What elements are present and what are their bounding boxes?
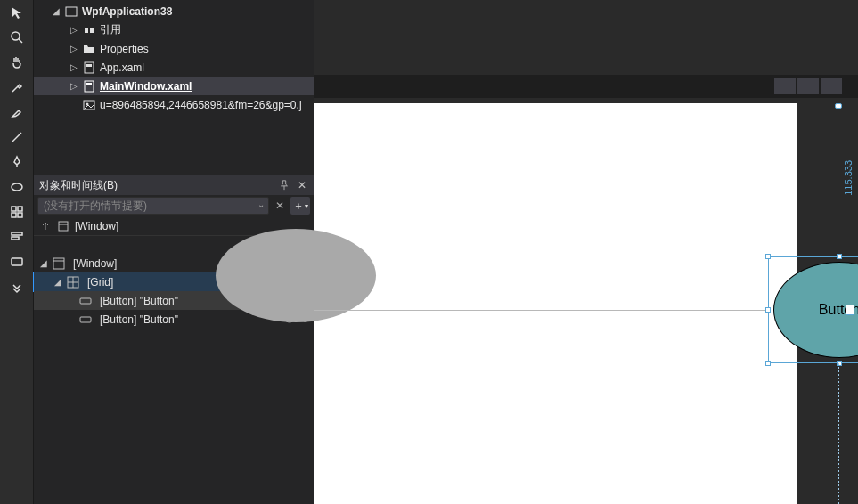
line-tool[interactable] [4,126,29,148]
expand-icon[interactable]: ◢ [53,277,62,287]
object-label: [Window] [73,257,117,270]
top-margin-value: 115.333 [843,160,854,196]
xaml-icon [82,79,96,93]
svg-rect-6 [12,213,16,217]
svg-rect-31 [80,298,91,304]
project-icon [64,4,78,19]
mainwindow-xaml-node[interactable]: ▷ MainWindow.xaml [34,77,314,95]
svg-line-2 [12,133,21,142]
svg-rect-5 [18,207,22,211]
pen-tool[interactable] [4,151,29,173]
close-icon[interactable]: ✕ [296,179,308,191]
svg-rect-15 [86,64,92,67]
ellipse-tool[interactable] [4,176,29,198]
designer-surface[interactable]: 115.333 Button [314,0,858,504]
references-icon [82,23,96,37]
new-storyboard-button[interactable]: ＋▾ [290,197,310,215]
resize-handle-n[interactable] [837,254,842,259]
svg-point-0 [12,32,20,40]
pan-tool[interactable] [4,52,29,73]
svg-point-3 [12,183,22,191]
horizontal-guide [314,310,768,311]
references-node[interactable]: ▷ 引用 [34,20,314,39]
object-label: [Button] "Button" [100,295,178,307]
storyboard-placeholder: (没有打开的情节提要) [44,199,147,214]
svg-rect-12 [85,28,88,33]
toolbox [0,0,34,504]
svg-rect-17 [86,83,92,85]
svg-rect-34 [80,317,91,322]
scope-up-icon[interactable] [39,220,52,232]
artboard[interactable] [314,103,797,504]
storyboard-picker[interactable]: (没有打开的情节提要) ⌄ [37,197,269,215]
solution-explorer: ◢ WpfApplication38 ▷ 引用 ▷ Properties ▷ A… [34,0,314,175]
svg-rect-7 [18,213,22,217]
expand-icon[interactable]: ▷ [69,44,78,53]
mainwindow-label: MainWindow.xaml [100,80,192,93]
expand-icon[interactable]: ▷ [69,62,78,72]
margin-handle-right[interactable] [846,305,854,315]
svg-rect-20 [59,222,68,231]
top-margin-indicator[interactable] [838,103,838,256]
properties-node[interactable]: ▷ Properties [34,39,314,58]
zoom-tool[interactable] [4,27,29,48]
svg-rect-4 [12,207,16,211]
grid-icon [66,275,80,289]
svg-rect-24 [53,258,64,269]
panel-title: 对象和时间线(B) [39,178,118,193]
window-icon [57,220,69,232]
window-chrome-buttons [774,78,842,94]
svg-rect-8 [12,232,22,235]
brush-tool[interactable] [4,102,29,123]
project-name: WpfApplication38 [82,5,172,18]
svg-rect-14 [85,62,94,73]
margin-handle-top[interactable] [835,103,842,109]
button-icon [78,313,93,327]
image-icon [82,98,96,112]
expand-icon[interactable]: ◢ [52,6,61,16]
resize-handle-sw[interactable] [765,361,771,366]
expand-icon[interactable]: ▷ [69,25,78,35]
svg-line-1 [19,39,22,43]
text-tool[interactable] [4,226,29,248]
storyboard-row: (没有打开的情节提要) ⌄ ✕ ＋▾ [34,195,314,216]
selection-adorner[interactable]: Button [768,256,858,363]
window-icon [52,256,66,271]
app-xaml-node[interactable]: ▷ App.xaml [34,58,314,77]
pin-icon[interactable] [278,179,290,191]
expand-icon[interactable]: ▷ [69,81,78,91]
app-xaml-label: App.xaml [100,61,144,74]
xaml-icon [82,61,96,75]
chrome-min [774,78,796,94]
svg-rect-16 [85,81,94,92]
folder-icon [82,42,96,56]
button-icon [78,294,93,308]
image-asset-label: u=896485894,2446658981&fm=26&gp=0.j [100,99,302,111]
properties-label: Properties [100,43,149,55]
panel-header: 对象和时间线(B) ✕ [34,175,314,195]
svg-rect-13 [90,28,94,33]
bottom-margin-guide [838,363,839,504]
expand-icon[interactable]: ◢ [39,258,48,268]
scope-label: [Window] [75,220,118,232]
object-label: [Grid] [87,276,113,289]
clear-storyboard-icon[interactable]: ✕ [273,199,287,212]
svg-rect-10 [12,258,22,265]
chrome-max [797,78,819,94]
background-button-ellipse[interactable] [216,229,376,322]
eyedropper-tool[interactable] [4,77,29,98]
layout-tool[interactable] [4,201,29,223]
chrome-close [821,78,842,94]
controls-tool[interactable] [4,251,29,272]
image-asset-node[interactable]: ▷ u=896485894,2446658981&fm=26&gp=0.j [34,95,314,114]
resize-handle-w[interactable] [765,307,771,313]
project-root-node[interactable]: ◢ WpfApplication38 [34,2,314,20]
object-label: [Button] "Button" [100,313,178,326]
references-label: 引用 [100,22,121,37]
project-tree[interactable]: ◢ WpfApplication38 ▷ 引用 ▷ Properties ▷ A… [34,0,314,116]
svg-rect-11 [66,7,77,16]
more-tools[interactable] [4,276,29,297]
pointer-tool[interactable] [4,2,29,23]
objects-timeline-panel: 对象和时间线(B) ✕ (没有打开的情节提要) ⌄ ✕ ＋▾ [Window] … [34,175,314,504]
resize-handle-nw[interactable] [765,254,771,259]
